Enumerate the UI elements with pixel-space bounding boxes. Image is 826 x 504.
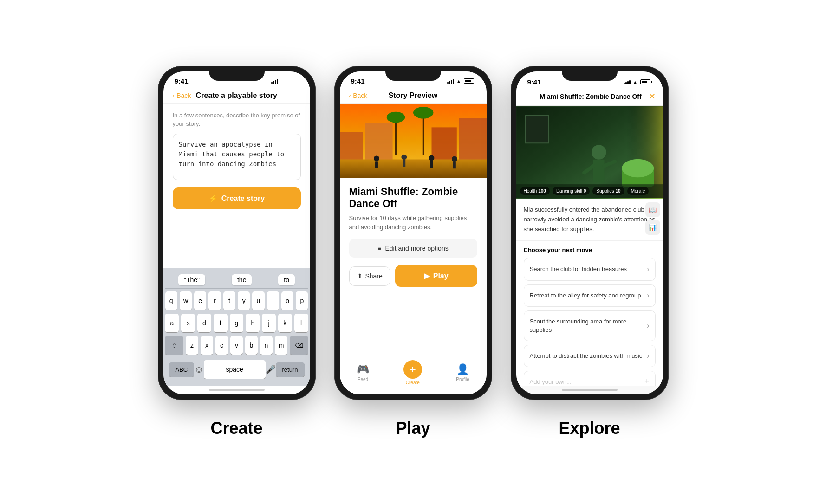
- svg-rect-13: [403, 160, 405, 167]
- bar4: [277, 79, 278, 84]
- key-w[interactable]: w: [180, 291, 192, 310]
- suggestion-3[interactable]: to: [278, 274, 295, 285]
- key-y[interactable]: y: [238, 291, 250, 310]
- keyboard: "The" the to q w e r t y u i o p: [163, 268, 310, 386]
- back-label-1[interactable]: Back: [176, 92, 191, 99]
- tab-feed[interactable]: 🎮 Feed: [357, 363, 369, 382]
- key-c[interactable]: c: [215, 336, 228, 355]
- key-p[interactable]: p: [296, 291, 308, 310]
- suggestion-2[interactable]: the: [232, 274, 252, 285]
- phone2: 9:41 ▲: [334, 66, 492, 400]
- svg-point-10: [374, 156, 379, 162]
- back-chevron-2: ‹: [349, 92, 351, 99]
- svg-rect-9: [340, 160, 487, 178]
- back-btn-2[interactable]: ‹ Back: [349, 92, 368, 99]
- key-shift[interactable]: ⇧: [165, 336, 183, 355]
- play-content: Miami Shuffle: Zombie Dance Off Survive …: [340, 178, 487, 355]
- create-story-button[interactable]: ⚡ Create story: [173, 187, 301, 209]
- suggestion-1[interactable]: "The": [178, 274, 205, 285]
- tab-create[interactable]: + Create: [403, 360, 422, 385]
- choice-3[interactable]: Scout the surrounding area for more supp…: [524, 310, 656, 341]
- svg-point-14: [429, 155, 434, 161]
- battery-3: [640, 79, 652, 84]
- key-a[interactable]: a: [165, 314, 179, 332]
- key-r[interactable]: r: [208, 291, 221, 310]
- choice-4-arrow: ›: [647, 352, 649, 360]
- choice-1[interactable]: Search the club for hidden treasures ›: [524, 258, 656, 280]
- key-v[interactable]: v: [230, 336, 243, 355]
- key-l[interactable]: l: [294, 314, 308, 332]
- wifi-icon-2: ▲: [456, 78, 462, 84]
- key-n[interactable]: n: [260, 336, 273, 355]
- explore-header: Miami Shuffle: Zombie Dance Off ✕: [516, 89, 663, 106]
- key-d[interactable]: d: [197, 314, 211, 332]
- story-cover-image: [340, 104, 487, 178]
- phone3-section: 9:41 ▲: [511, 66, 669, 438]
- health-stat: Health 100: [520, 187, 550, 195]
- choice-2-arrow: ›: [647, 291, 649, 300]
- supplies-stat: Supplies 10: [592, 187, 624, 195]
- key-t[interactable]: t: [223, 291, 235, 310]
- key-h[interactable]: h: [246, 314, 260, 332]
- emoji-key[interactable]: ☺: [194, 364, 203, 375]
- key-s[interactable]: s: [181, 314, 195, 332]
- key-x[interactable]: x: [201, 336, 213, 355]
- phone3-label: Explore: [559, 419, 620, 438]
- dancing-skill-stat: Dancing skill 0: [553, 187, 590, 195]
- sidebar-icons: 📖 📊: [643, 199, 663, 239]
- bar2: [273, 81, 274, 84]
- chart-icon-btn[interactable]: 📊: [645, 220, 660, 235]
- signal-1: [271, 78, 299, 84]
- profile-icon: 👤: [456, 363, 469, 375]
- key-q[interactable]: q: [165, 291, 177, 310]
- status-time-1: 9:41: [175, 77, 189, 85]
- key-f[interactable]: f: [214, 314, 228, 332]
- key-e[interactable]: e: [194, 291, 206, 310]
- choice-1-arrow: ›: [647, 265, 649, 273]
- key-m[interactable]: m: [275, 336, 287, 355]
- phone2-section: 9:41 ▲: [334, 66, 492, 438]
- bar1: [271, 82, 273, 84]
- key-o[interactable]: o: [281, 291, 293, 310]
- key-return[interactable]: return: [276, 362, 305, 377]
- add-own-input[interactable]: Add your own... +: [524, 371, 656, 386]
- narrative-text: Mia successfully entered the abandoned c…: [524, 206, 656, 233]
- key-k[interactable]: k: [278, 314, 292, 332]
- tab-feed-label: Feed: [358, 377, 368, 382]
- game-narrative: Mia successfully entered the abandoned c…: [516, 199, 663, 241]
- play-button[interactable]: ▶ Play: [395, 265, 477, 287]
- choice-4[interactable]: Attempt to distract the zombies with mus…: [524, 345, 656, 367]
- close-button[interactable]: ✕: [649, 91, 656, 102]
- phone3-inner: 9:41 ▲: [516, 71, 663, 394]
- key-j[interactable]: j: [262, 314, 276, 332]
- key-abc[interactable]: ABC: [169, 362, 195, 377]
- edit-options-button[interactable]: ≡ Edit and more options: [349, 239, 477, 258]
- feed-icon: 🎮: [357, 363, 369, 375]
- choice-2[interactable]: Retreat to the alley for safety and regr…: [524, 284, 656, 307]
- bar3: [275, 80, 276, 84]
- svg-point-8: [413, 107, 433, 119]
- phone3: 9:41 ▲: [511, 66, 669, 400]
- create-prompt-label: In a few sentences, describe the key pre…: [173, 111, 301, 128]
- key-i[interactable]: i: [267, 291, 279, 310]
- share-button[interactable]: ⬆ Share: [349, 266, 390, 286]
- svg-rect-21: [525, 116, 548, 143]
- back-label-2[interactable]: Back: [353, 92, 367, 99]
- nav-bar-1: ‹ Back Create a playable story: [163, 88, 310, 104]
- key-g[interactable]: g: [230, 314, 244, 332]
- phone2-inner: 9:41 ▲: [340, 71, 487, 394]
- morale-stat: Morale: [627, 187, 649, 195]
- story-input[interactable]: Survive an apocalypse in Miami that caus…: [173, 134, 301, 180]
- tab-profile[interactable]: 👤 Profile: [456, 363, 469, 382]
- back-btn-1[interactable]: ‹ Back: [173, 92, 191, 99]
- key-delete[interactable]: ⌫: [290, 336, 308, 355]
- status-icons-2: ▲: [447, 78, 475, 84]
- key-z[interactable]: z: [186, 336, 198, 355]
- wifi-icon-3: ▲: [633, 79, 638, 85]
- mic-key[interactable]: 🎤: [266, 364, 276, 375]
- key-b[interactable]: b: [245, 336, 258, 355]
- keyboard-row-3: ⇧ z x c v b n m ⌫: [165, 336, 308, 355]
- key-u[interactable]: u: [252, 291, 264, 310]
- key-space[interactable]: space: [204, 360, 266, 379]
- book-icon-btn[interactable]: 📖: [645, 202, 660, 217]
